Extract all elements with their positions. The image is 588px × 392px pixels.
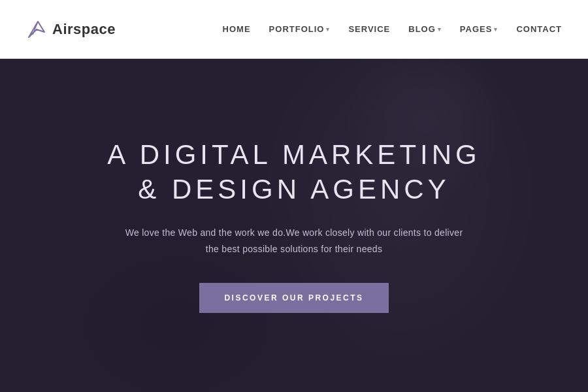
nav-item-label: PORTFOLIO: [269, 24, 325, 34]
hero-content: A DIGITAL MARKETING & DESIGN AGENCY We l…: [94, 138, 493, 313]
logo-area[interactable]: Airspace: [26, 19, 116, 40]
logo-icon: [26, 19, 47, 40]
hero-title: A DIGITAL MARKETING & DESIGN AGENCY: [107, 138, 480, 206]
hero-section: A DIGITAL MARKETING & DESIGN AGENCY We l…: [0, 59, 588, 392]
nav-item-home[interactable]: HOME: [223, 24, 251, 34]
header: Airspace HOMEPORTFOLIO▾SERVICEBLOG▾PAGES…: [0, 0, 588, 59]
nav-item-label: SERVICE: [348, 24, 390, 34]
nav-item-contact[interactable]: CONTACT: [516, 24, 562, 34]
nav-item-label: HOME: [223, 24, 251, 34]
nav-item-service[interactable]: SERVICE: [348, 24, 390, 34]
logo-text: Airspace: [52, 21, 116, 38]
hero-subtitle: We love the Web and the work we do.We wo…: [107, 225, 480, 257]
nav-item-label: PAGES: [460, 24, 493, 34]
main-nav: HOMEPORTFOLIO▾SERVICEBLOG▾PAGES▾CONTACT: [223, 24, 562, 34]
nav-item-label: CONTACT: [516, 24, 562, 34]
nav-item-label: BLOG: [408, 24, 436, 34]
chevron-down-icon: ▾: [438, 26, 442, 33]
chevron-down-icon: ▾: [494, 26, 498, 33]
nav-item-pages[interactable]: PAGES▾: [460, 24, 498, 34]
nav-item-portfolio[interactable]: PORTFOLIO▾: [269, 24, 331, 34]
cta-button[interactable]: DISCOVER OUR PROJECTS: [199, 283, 388, 313]
nav-item-blog[interactable]: BLOG▾: [408, 24, 442, 34]
chevron-down-icon: ▾: [326, 26, 330, 33]
